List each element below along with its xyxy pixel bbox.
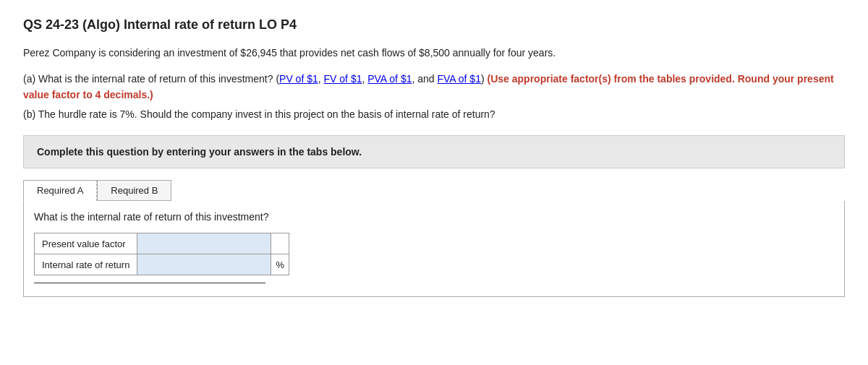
irr-input[interactable] [137, 254, 271, 275]
bottom-divider [34, 283, 265, 283]
pvf-input[interactable] [137, 233, 271, 254]
part-b-text: (b) The hurdle rate is 7%. Should the co… [23, 106, 845, 122]
tab-required-b-label: Required B [111, 185, 158, 196]
tab-required-a[interactable]: Required A [23, 180, 97, 201]
intro-text: Perez Company is considering an investme… [23, 46, 845, 61]
pva-link[interactable]: PVA of $1 [367, 73, 412, 85]
tab-required-b[interactable]: Required B [97, 180, 171, 201]
pv-link[interactable]: PV of $1 [279, 73, 318, 85]
table-row-pvf: Present value factor [35, 233, 289, 254]
pvf-input-cell [137, 233, 271, 254]
complete-box: Complete this question by entering your … [23, 135, 845, 168]
panel-question: What is the internal rate of return of t… [34, 211, 834, 223]
answer-table: Present value factor Internal rate of re… [34, 233, 289, 275]
tab-panel-required-a: What is the internal rate of return of t… [23, 201, 845, 297]
pvf-unit [271, 233, 289, 254]
table-row-irr: Internal rate of return % [35, 254, 289, 275]
irr-unit: % [271, 254, 289, 275]
pvf-label: Present value factor [35, 233, 137, 254]
tab-required-a-label: Required A [37, 185, 83, 196]
part-a-prefix: (a) What is the internal rate of return … [23, 73, 279, 85]
fv-link[interactable]: FV of $1 [324, 73, 362, 85]
irr-label: Internal rate of return [35, 254, 137, 275]
page-title: QS 24-23 (Algo) Internal rate of return … [23, 17, 845, 33]
tabs-row: Required A Required B [23, 180, 845, 201]
part-a-text: (a) What is the internal rate of return … [23, 71, 845, 103]
fva-link[interactable]: FVA of $1 [438, 73, 481, 85]
irr-input-cell [137, 254, 271, 275]
